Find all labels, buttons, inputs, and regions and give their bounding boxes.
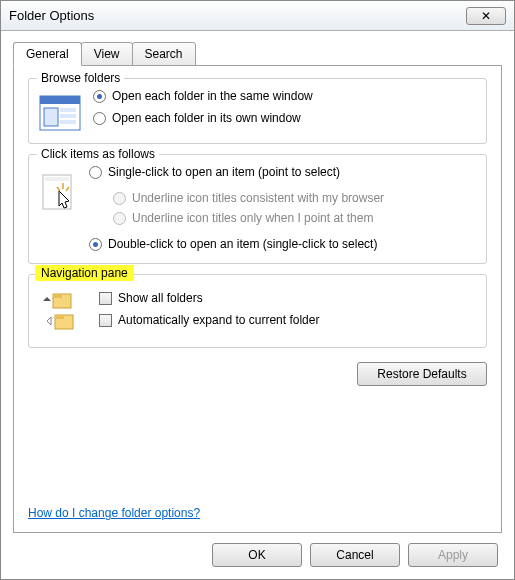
group-navigation-pane: Navigation pane Show all folders <box>28 274 487 348</box>
svg-rect-2 <box>44 108 58 126</box>
radio-single-click[interactable]: Single-click to open an item (point to s… <box>89 165 476 179</box>
group-title-nav-highlight: Navigation pane <box>35 265 134 281</box>
cancel-button[interactable]: Cancel <box>310 543 400 567</box>
close-button[interactable]: ✕ <box>466 7 506 25</box>
check-show-all-folders[interactable]: Show all folders <box>99 291 319 305</box>
checkbox-icon <box>99 314 112 327</box>
radio-label: Open each folder in the same window <box>112 89 313 103</box>
radio-icon <box>93 90 106 103</box>
restore-defaults-button[interactable]: Restore Defaults <box>357 362 487 386</box>
radio-label: Underline icon titles consistent with my… <box>132 191 384 205</box>
checkbox-label: Automatically expand to current folder <box>118 313 319 327</box>
radio-own-window[interactable]: Open each folder in its own window <box>93 111 476 125</box>
tab-general[interactable]: General <box>13 42 82 66</box>
radio-icon <box>93 112 106 125</box>
titlebar: Folder Options ✕ <box>1 1 514 31</box>
radio-underline-browser: Underline icon titles consistent with my… <box>113 191 476 205</box>
radio-label: Single-click to open an item (point to s… <box>108 165 340 179</box>
checkbox-label: Show all folders <box>118 291 203 305</box>
svg-rect-5 <box>60 120 76 124</box>
group-title-click: Click items as follows <box>37 147 159 161</box>
folder-tree-icon <box>39 291 89 335</box>
svg-rect-11 <box>53 294 62 298</box>
tab-search[interactable]: Search <box>132 42 196 66</box>
svg-rect-13 <box>55 315 64 319</box>
window-stack-icon <box>39 95 81 131</box>
tab-strip: General View Search <box>13 41 502 65</box>
checkbox-icon <box>99 292 112 305</box>
apply-button[interactable]: Apply <box>408 543 498 567</box>
group-browse-folders: Browse folders Open each folder in the s… <box>28 78 487 144</box>
restore-row: Restore Defaults <box>28 362 487 386</box>
close-icon: ✕ <box>481 10 491 22</box>
group-title-browse: Browse folders <box>37 71 124 85</box>
radio-icon <box>89 166 102 179</box>
svg-rect-4 <box>60 114 76 118</box>
radio-label: Open each folder in its own window <box>112 111 301 125</box>
help-link[interactable]: How do I change folder options? <box>28 486 487 520</box>
window-title: Folder Options <box>9 8 466 23</box>
cursor-click-icon <box>39 169 77 213</box>
dialog-body: General View Search Browse folders Op <box>1 31 514 579</box>
tab-panel-general: Browse folders Open each folder in the s… <box>13 65 502 533</box>
radio-same-window[interactable]: Open each folder in the same window <box>93 89 476 103</box>
radio-label: Double-click to open an item (single-cli… <box>108 237 377 251</box>
group-click-items: Click items as follows Single-click <box>28 154 487 264</box>
radio-label: Underline icon titles only when I point … <box>132 211 373 225</box>
radio-icon <box>113 212 126 225</box>
svg-rect-3 <box>60 108 76 112</box>
tab-view[interactable]: View <box>81 42 133 66</box>
radio-icon <box>113 192 126 205</box>
radio-underline-point: Underline icon titles only when I point … <box>113 211 476 225</box>
dialog-footer: OK Cancel Apply <box>13 533 502 571</box>
ok-button[interactable]: OK <box>212 543 302 567</box>
check-auto-expand[interactable]: Automatically expand to current folder <box>99 313 319 327</box>
radio-double-click[interactable]: Double-click to open an item (single-cli… <box>89 237 476 251</box>
svg-rect-1 <box>40 96 80 104</box>
radio-icon <box>89 238 102 251</box>
group-title-nav: Navigation pane <box>41 266 128 280</box>
